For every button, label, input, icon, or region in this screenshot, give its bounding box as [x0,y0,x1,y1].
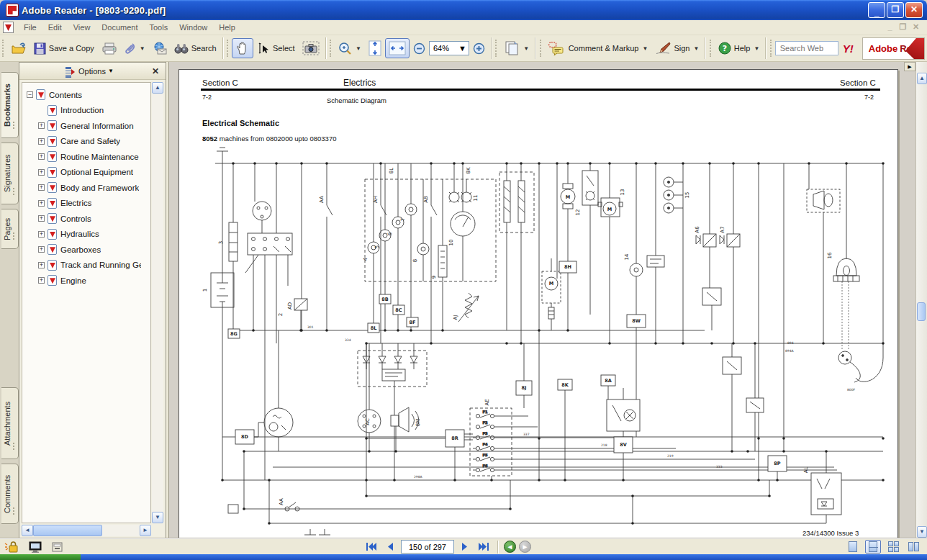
tree-expander-plus[interactable]: + [38,277,45,284]
select-tool-button[interactable]: Select [253,39,299,58]
zoom-in-button[interactable] [469,40,489,58]
expand-bookmark-icon[interactable] [65,66,75,76]
page-display-button[interactable]: ▼ [500,37,533,59]
tree-expander-plus[interactable]: + [38,184,45,191]
mdi-close-button[interactable]: ✕ [910,22,921,32]
options-menu-button[interactable]: Options [78,67,106,76]
bookmarks-hscrollbar[interactable]: ◄ ► [22,525,151,536]
restore-button[interactable]: ❐ [887,2,904,18]
tree-expander-plus[interactable]: + [38,122,45,129]
hand-tool-button[interactable] [232,38,253,58]
save-a-copy-button[interactable]: Save a Copy [30,40,98,58]
toolbar-grip[interactable] [495,40,498,57]
mdi-restore-button[interactable]: ❐ [897,22,908,32]
tree-expander-plus[interactable]: + [38,246,45,253]
open-button[interactable] [7,39,30,58]
menu-tools[interactable]: Tools [144,22,174,33]
email-button[interactable] [149,39,171,58]
menu-edit[interactable]: Edit [42,22,68,33]
next-page-button[interactable] [457,540,473,554]
menu-file[interactable]: File [18,22,42,33]
facing-layout-button[interactable] [905,540,921,554]
previous-view-button[interactable]: ◄ [504,541,516,553]
pane-options-icon[interactable] [52,542,63,552]
bookmark-body-and-framework[interactable]: +Body and Framework [27,180,150,196]
tree-expander-plus[interactable]: + [38,153,45,160]
doc-scrollbar-thumb[interactable] [917,302,926,321]
zoom-in-tool-button[interactable]: ▼ [335,39,365,58]
continuous-layout-button[interactable] [865,540,881,554]
single-page-layout-button[interactable] [845,540,861,554]
bookmark-contents[interactable]: −Contents [27,87,150,103]
menu-view[interactable]: View [68,22,96,33]
toolbar-grip[interactable] [540,40,543,57]
bookmarks-vscrollbar[interactable]: ▲ ▼ [152,82,163,523]
email-attach-button[interactable]: ▼ [121,39,149,58]
bookmark-hydraulics[interactable]: +Hydraulics [27,227,150,243]
tab-pages[interactable]: Pages [1,209,19,249]
toolbar-grip[interactable] [710,40,713,57]
start-button-edge[interactable] [0,554,81,560]
tab-comments[interactable]: Comments [1,464,19,524]
comment-markup-button[interactable]: Comment & Markup ▼ [545,38,652,58]
scroll-down-arrow[interactable]: ▼ [152,512,163,523]
tree-expander-plus[interactable]: + [38,200,45,207]
zoom-level-input[interactable] [430,44,458,53]
tab-bookmarks[interactable]: Bookmarks [1,72,19,138]
first-page-button[interactable] [363,540,379,554]
search-button[interactable]: Search [171,40,220,57]
snapshot-button[interactable] [299,38,323,58]
document-vscrollbar[interactable]: ▲ ▼ [915,62,927,538]
fit-width-button[interactable] [385,38,410,58]
help-button[interactable]: ? Help ▼ [715,39,764,58]
tree-expander-minus[interactable]: − [27,91,33,98]
doc-scroll-down-arrow[interactable]: ▼ [917,526,927,538]
bookmark-optional-equipment[interactable]: +Optional Equipment [27,165,150,181]
tree-expander-plus[interactable]: + [38,262,45,268]
toolbar-grip[interactable] [770,40,773,57]
menu-window[interactable]: Window [173,22,213,33]
scroll-left-arrow[interactable]: ◄ [22,525,33,536]
sign-button[interactable]: Sign ▼ [651,39,702,58]
scroll-up-arrow[interactable]: ▲ [152,82,163,94]
search-web-input[interactable] [775,41,838,55]
screen-view-icon[interactable] [29,541,42,553]
print-button[interactable] [98,40,121,58]
bookmark-controls[interactable]: +Controls [27,211,150,227]
mdi-minimize-button[interactable]: _ [885,22,895,32]
close-button[interactable]: ✕ [905,2,923,18]
tab-signatures[interactable]: Signatures [1,143,19,204]
options-dropdown-arrow[interactable]: ▼ [108,68,114,74]
menu-help[interactable]: Help [213,22,241,33]
toolbar-grip[interactable] [330,40,333,57]
bookmark-routine-maintenance[interactable]: +Routine Maintenance [27,149,150,165]
toolbar-grip[interactable] [227,40,230,57]
panel-close-icon[interactable]: ✕ [150,66,161,76]
bookmark-track-and-running-gear[interactable]: +Track and Running Gear [27,258,150,274]
previous-page-button[interactable] [382,540,398,554]
tab-attachments[interactable]: Attachments [1,387,19,459]
windows-taskbar-edge[interactable] [0,554,927,560]
toolbar-grip[interactable] [2,40,5,57]
scroll-right-arrow[interactable]: ► [140,525,151,536]
next-view-button[interactable]: ► [519,541,531,553]
yahoo-logo[interactable]: Y! [838,42,858,55]
bookmark-electrics[interactable]: +Electrics [27,196,150,212]
bookmark-engine[interactable]: +Engine [27,273,150,289]
page-number-input[interactable] [401,540,454,554]
bookmark-introduction[interactable]: Introduction [27,103,150,119]
tree-expander-plus[interactable]: + [38,138,45,145]
zoom-level-combo[interactable]: ▼ [429,41,469,55]
zoom-out-button[interactable] [410,40,429,58]
zoom-level-dropdown-arrow[interactable]: ▼ [458,44,469,53]
fit-page-button[interactable] [365,37,385,59]
bookmark-general-information[interactable]: +General Information [27,118,150,134]
bookmark-care-and-safety[interactable]: +Care and Safety [27,134,150,150]
minimize-button[interactable]: _ [868,2,885,18]
hscrollbar-thumb[interactable] [33,525,102,536]
hide-pane-arrow-button[interactable]: ▶ [904,62,915,71]
continuous-facing-layout-button[interactable] [885,540,901,554]
bookmark-gearboxes[interactable]: +Gearboxes [27,242,150,258]
last-page-button[interactable] [476,540,492,554]
menu-document[interactable]: Document [96,22,143,33]
